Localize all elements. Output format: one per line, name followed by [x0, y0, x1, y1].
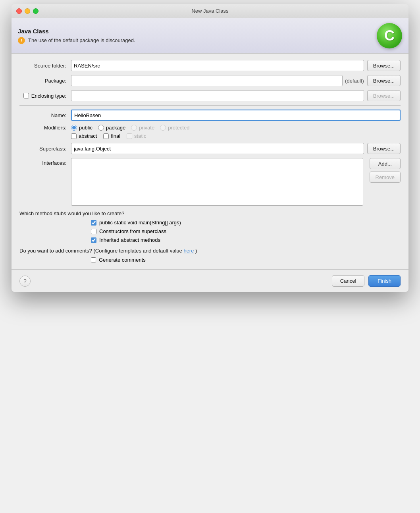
modifiers-checkbox-group: abstract final static [19, 133, 401, 139]
source-folder-label: Source folder: [19, 63, 71, 69]
superclass-row: Superclass: Browse... [19, 143, 401, 154]
modifier-package-option[interactable]: package [98, 125, 125, 131]
modifier-final-label: final [111, 133, 120, 139]
modifier-abstract-option[interactable]: abstract [71, 133, 97, 139]
stub-item-main[interactable]: public static void main(String[] args) [91, 220, 401, 226]
help-button[interactable]: ? [19, 276, 31, 287]
comments-section: Do you want to add comments? (Configure … [19, 248, 401, 263]
source-folder-input[interactable] [71, 60, 364, 71]
name-label: Name: [19, 112, 71, 118]
close-button[interactable] [16, 8, 22, 14]
comments-checkbox-row: Generate comments [19, 257, 401, 263]
source-folder-browse-button[interactable]: Browse... [367, 60, 401, 71]
stub-constructors-checkbox[interactable] [91, 229, 96, 234]
modifier-private-radio [131, 125, 137, 131]
interfaces-add-button[interactable]: Add... [370, 158, 401, 169]
superclass-label: Superclass: [19, 146, 71, 152]
package-input[interactable] [71, 75, 343, 86]
maximize-button[interactable] [33, 8, 39, 14]
comments-question: Do you want to add comments? (Configure … [19, 248, 401, 254]
divider-1 [19, 105, 401, 106]
generate-comments-label: Generate comments [99, 257, 146, 263]
stub-constructors-label: Constructors from superclass [99, 228, 166, 234]
stubs-question: Which method stubs would you like to cre… [19, 210, 401, 216]
footer-buttons: Cancel Finish [332, 275, 401, 287]
modifier-static-option[interactable]: static [127, 133, 146, 139]
package-row: Package: (default) Browse... [19, 75, 401, 86]
warning-text: The use of the default package is discou… [28, 37, 135, 43]
stub-inherited-label: Inherited abstract methods [99, 237, 160, 243]
window-title: New Java Class [191, 8, 228, 14]
modifier-protected-radio [160, 125, 166, 131]
logo-letter: C [384, 27, 395, 44]
title-bar: New Java Class [12, 4, 408, 18]
modifier-private-option[interactable]: private [131, 125, 154, 131]
modifier-private-label: private [139, 125, 154, 131]
comments-question-text: Do you want to add comments? (Configure … [19, 248, 182, 254]
modifier-static-checkbox [127, 133, 132, 139]
dialog-window: New Java Class Java Class ! The use of t… [12, 4, 408, 292]
modifier-final-checkbox[interactable] [103, 133, 109, 139]
package-label: Package: [19, 78, 71, 84]
superclass-input[interactable] [71, 143, 364, 154]
modifier-abstract-label: abstract [79, 133, 97, 139]
dialog-content: Source folder: Browse... Package: (defau… [12, 54, 408, 269]
stub-item-constructors[interactable]: Constructors from superclass [91, 228, 401, 234]
traffic-lights [16, 8, 39, 14]
interfaces-remove-button: Remove [370, 172, 401, 183]
modifiers-access-row: Modifiers: public package private protec… [19, 125, 401, 131]
enclosing-type-checkbox[interactable] [23, 93, 29, 98]
modifier-protected-label: protected [168, 125, 189, 131]
eclipse-logo: C [377, 23, 402, 48]
modifier-package-label: package [106, 125, 125, 131]
stub-item-inherited[interactable]: Inherited abstract methods [91, 237, 401, 243]
header-warning: ! The use of the default package is disc… [18, 37, 135, 44]
modifier-package-radio[interactable] [98, 125, 104, 131]
superclass-browse-button[interactable]: Browse... [367, 143, 401, 154]
minimize-button[interactable] [25, 8, 30, 14]
enclosing-type-input[interactable] [71, 90, 364, 101]
modifier-public-radio[interactable] [71, 125, 77, 131]
warning-icon: ! [18, 37, 25, 44]
stub-main-checkbox[interactable] [91, 220, 96, 226]
package-default-text: (default) [345, 78, 364, 84]
stub-inherited-checkbox[interactable] [91, 237, 96, 243]
dialog-footer: ? Cancel Finish [12, 269, 408, 292]
enclosing-type-row: Enclosing type: Browse... [19, 90, 401, 101]
comments-here-link[interactable]: here [183, 248, 194, 254]
generate-comments-checkbox[interactable] [91, 257, 96, 262]
interfaces-row: Interfaces: Add... Remove [19, 158, 401, 206]
stub-main-label: public static void main(String[] args) [99, 220, 181, 226]
modifier-public-label: public [79, 125, 92, 131]
stubs-section: Which method stubs would you like to cre… [19, 210, 401, 243]
source-folder-row: Source folder: Browse... [19, 60, 401, 71]
modifier-protected-option[interactable]: protected [160, 125, 189, 131]
enclosing-type-browse-button: Browse... [367, 90, 401, 101]
modifier-final-option[interactable]: final [103, 133, 120, 139]
interfaces-label: Interfaces: [19, 158, 71, 166]
header-title: Java Class [18, 28, 135, 35]
enclosing-type-label: Enclosing type: [31, 93, 66, 99]
modifiers-radio-group: public package private protected [71, 125, 189, 131]
finish-button[interactable]: Finish [368, 275, 401, 287]
interfaces-input[interactable] [71, 158, 363, 206]
modifier-public-option[interactable]: public [71, 125, 92, 131]
package-browse-button[interactable]: Browse... [367, 75, 401, 86]
modifier-abstract-checkbox[interactable] [71, 133, 77, 139]
header-left: Java Class ! The use of the default pack… [18, 28, 135, 44]
name-row: Name: [19, 110, 401, 121]
modifier-static-label: static [134, 133, 146, 139]
name-input[interactable] [71, 110, 401, 121]
interfaces-buttons: Add... Remove [366, 158, 401, 183]
cancel-button[interactable]: Cancel [332, 275, 364, 287]
modifiers-label: Modifiers: [19, 125, 71, 131]
stubs-list: public static void main(String[] args) C… [19, 220, 401, 243]
dialog-header: Java Class ! The use of the default pack… [12, 18, 408, 54]
comments-question-end: ) [195, 248, 197, 254]
